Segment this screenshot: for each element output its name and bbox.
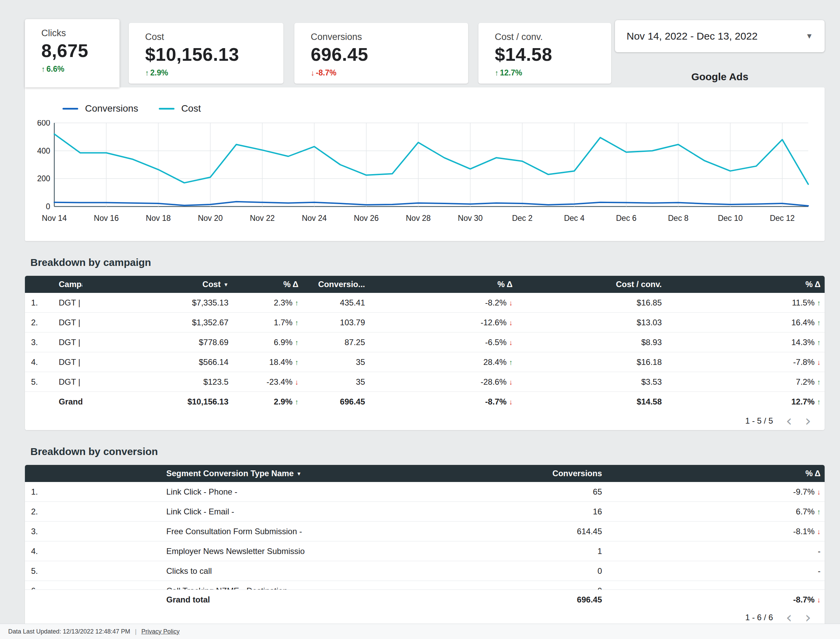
previous-page-icon[interactable]: ‹ — [786, 611, 792, 623]
campaign-grand-total: Grand total $10,156.13 2.9%↑ 696.45 -8.7… — [25, 392, 825, 412]
campaign-table-pagination: 1 - 5 / 5 ‹ › — [25, 412, 825, 430]
row-number: 2. — [25, 318, 49, 327]
conversions-value: 16 — [463, 507, 606, 517]
down-arrow-icon: ↓ — [509, 339, 513, 347]
next-page-icon[interactable]: › — [805, 611, 811, 623]
conversions-value: 87.25 — [302, 338, 369, 347]
column-header-cost-per-conv[interactable]: Cost / conv. — [517, 280, 666, 289]
campaign-table-header: Campaign Cost▼ % Δ Conversio... % Δ Cost… — [25, 276, 825, 293]
cost-per-conv-value: $3.53 — [517, 377, 666, 387]
conversion-section-heading: Breakdown by conversion — [30, 446, 825, 458]
campaign-row: 2. DGT | $1,352.67 1.7%↑ 103.79 -12.6%↓ … — [25, 313, 825, 332]
row-number: 5. — [25, 377, 49, 387]
conversions-value: 696.45 — [302, 397, 369, 407]
column-header-cost-delta[interactable]: % Δ — [232, 280, 302, 289]
scorecard-label: Cost — [145, 32, 283, 42]
svg-text:Dec 6: Dec 6 — [616, 214, 636, 223]
row-number: 1. — [25, 487, 49, 497]
svg-text:Dec 2: Dec 2 — [512, 214, 532, 223]
svg-text:Dec 8: Dec 8 — [668, 214, 688, 223]
trend-arrow-icon: ↓ — [311, 68, 315, 77]
conversions-delta: -28.6%↓ — [369, 377, 517, 387]
conversions-delta: -8.1%↓ — [606, 527, 825, 536]
column-header-delta[interactable]: % Δ — [606, 469, 825, 478]
column-header-campaign[interactable]: Campaign — [49, 280, 82, 289]
column-header-conversions[interactable]: Conversions — [463, 469, 606, 478]
row-number: 5. — [25, 566, 49, 576]
conversion-type-name: Link Click - Phone - — [49, 487, 463, 497]
legend-item-cost: Cost — [159, 103, 201, 114]
privacy-policy-link[interactable]: Privacy Policy — [142, 628, 180, 635]
conversion-table-pagination: 1 - 6 / 6 ‹ › — [25, 609, 825, 626]
up-arrow-icon: ↑ — [295, 299, 299, 307]
campaign-name: DGT | — [49, 338, 82, 347]
cost-value: $10,156.13 — [82, 397, 232, 407]
conversions-delta: 6.7%↑ — [606, 507, 825, 517]
conversions-delta: -6.5%↓ — [369, 338, 517, 347]
scorecard-conversions[interactable]: Conversions 696.45 ↓-8.7% — [294, 23, 468, 84]
column-header-conversions-delta[interactable]: % Δ — [369, 280, 517, 289]
campaign-name: DGT | — [49, 318, 82, 327]
column-header-cost[interactable]: Cost▼ — [82, 280, 232, 289]
svg-text:Dec 4: Dec 4 — [564, 214, 585, 223]
conversions-delta: 28.4%↑ — [369, 358, 517, 367]
conversions-delta: -8.2%↓ — [369, 298, 517, 308]
next-page-icon[interactable]: › — [805, 415, 811, 427]
up-arrow-icon: ↑ — [509, 358, 513, 366]
grand-total-row: Grand total $10,156.13 2.9%↑ 696.45 -8.7… — [25, 392, 825, 412]
column-header-conversion-type[interactable]: Segment Conversion Type Name▼ — [49, 469, 463, 478]
row-number: 2. — [25, 507, 49, 517]
legend-label: Conversions — [85, 103, 138, 114]
campaign-table-body: 1. DGT | $7,335.13 2.3%↑ 435.41 -8.2%↓ $… — [25, 293, 825, 392]
cost-per-conv-delta: 7.2%↑ — [666, 377, 825, 387]
cost-per-conv-delta: -7.8%↓ — [666, 358, 825, 367]
cost-per-conv-value: $16.18 — [517, 358, 666, 367]
svg-text:Nov 14: Nov 14 — [42, 214, 67, 223]
scorecard-delta: ↑6.6% — [41, 65, 119, 74]
conversions-line-swatch — [62, 108, 78, 110]
conversion-type-name: Clicks to call — [49, 566, 463, 576]
cost-per-conv-delta: 16.4%↑ — [666, 318, 825, 327]
date-range-label: Nov 14, 2022 - Dec 13, 2022 — [627, 30, 758, 42]
conversions-value: 696.45 — [463, 595, 606, 604]
grand-total-row: Grand total 696.45 -8.7%↓ — [25, 590, 825, 609]
row-number: 6. — [25, 586, 49, 590]
conversion-row: 2. Link Click - Email - 16 6.7%↑ — [25, 502, 825, 521]
down-arrow-icon: ↓ — [817, 587, 821, 590]
scorecard-delta: ↑2.9% — [145, 68, 283, 78]
column-header-conversions[interactable]: Conversio... — [302, 280, 369, 289]
column-header-cost-per-conv-delta[interactable]: % Δ — [666, 280, 825, 289]
svg-text:Dec 12: Dec 12 — [770, 214, 795, 223]
cost-per-conv-value: $13.03 — [517, 318, 666, 327]
scorecard-cost[interactable]: Cost $10,156.13 ↑2.9% — [129, 23, 283, 84]
conversion-row: 3. Free Consultation Form Submission - 6… — [25, 521, 825, 541]
trend-chart-panel: Conversions Cost 0200400600Nov 14Nov 16N… — [25, 87, 825, 241]
down-arrow-icon: ↓ — [509, 398, 513, 406]
conversions-value: 35 — [302, 377, 369, 387]
previous-page-icon[interactable]: ‹ — [786, 415, 792, 427]
chart-legend: Conversions Cost — [25, 102, 825, 115]
svg-text:600: 600 — [37, 120, 50, 127]
row-number: 4. — [25, 547, 49, 556]
conversions-value: 614.45 — [463, 527, 606, 536]
conversions-value: 103.79 — [302, 318, 369, 327]
conversions-delta: -9.7%↓ — [606, 487, 825, 497]
conversions-value: 435.41 — [302, 298, 369, 308]
scorecard-label: Conversions — [311, 32, 468, 42]
cost-delta: 6.9%↑ — [232, 338, 302, 347]
conversions-delta: ↓ — [606, 586, 825, 590]
grand-total-label: Grand total — [49, 397, 82, 407]
svg-text:Nov 30: Nov 30 — [458, 214, 483, 223]
conversions-value: 65 — [463, 487, 606, 497]
conversion-grand-total: Grand total 696.45 -8.7%↓ — [25, 590, 825, 609]
date-range-picker[interactable]: Nov 14, 2022 - Dec 13, 2022 ▼ — [615, 20, 825, 52]
cost-value: $1,352.67 — [82, 318, 232, 327]
footer: Data Last Updated: 12/13/2022 12:48:47 P… — [0, 624, 840, 639]
scorecard-value: 696.45 — [311, 44, 468, 65]
row-number: 1. — [25, 298, 49, 308]
conversion-type-name: Link Click - Email - — [49, 507, 463, 517]
scorecard-cost-per-conv[interactable]: Cost / conv. $14.58 ↑12.7% — [478, 23, 611, 84]
conversion-type-name: Call Tracking NZME - Destination — [49, 586, 463, 590]
scorecard-clicks[interactable]: Clicks 8,675 ↑6.6% — [25, 19, 119, 87]
svg-text:0: 0 — [46, 202, 50, 211]
